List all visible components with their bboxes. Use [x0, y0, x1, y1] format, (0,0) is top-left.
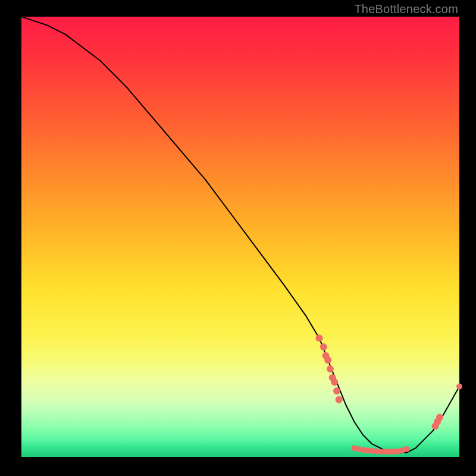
marker-dot — [404, 446, 410, 452]
marker-dot — [333, 387, 340, 394]
chart-plot-area — [21, 17, 459, 457]
watermark-text: TheBottleneck.com — [354, 2, 458, 16]
curve-line — [21, 17, 459, 453]
marker-dot — [320, 343, 327, 350]
chart-svg — [21, 17, 459, 457]
marker-dot — [324, 356, 331, 364]
marker-dot — [456, 384, 462, 390]
marker-dot — [331, 378, 338, 386]
marker-dot — [336, 396, 343, 403]
data-markers — [315, 334, 462, 455]
marker-dot — [436, 414, 443, 421]
marker-dot — [315, 334, 322, 342]
chart-frame: TheBottleneck.com — [0, 0, 476, 476]
marker-dot — [327, 365, 334, 372]
